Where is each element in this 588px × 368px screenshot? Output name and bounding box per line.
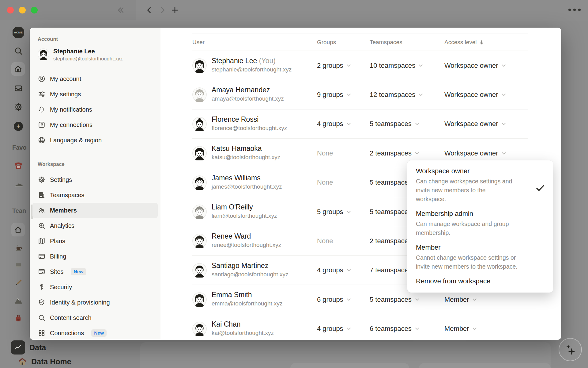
data-chart-icon bbox=[11, 340, 25, 355]
sidebar-item-data[interactable]: Data bbox=[11, 340, 46, 355]
option-title: Member bbox=[416, 243, 546, 251]
groups-dropdown[interactable]: 5 groups bbox=[317, 197, 368, 226]
traffic-light-minimize[interactable] bbox=[19, 7, 26, 13]
new-page-plus-icon[interactable]: + bbox=[12, 120, 25, 133]
inbox-icon[interactable] bbox=[12, 82, 25, 95]
workspace-logo[interactable]: ACME bbox=[13, 27, 24, 38]
sidebar-item-label: Billing bbox=[50, 253, 66, 260]
dropdown-option-workspace-owner[interactable]: Workspace owner Can change workspace set… bbox=[416, 167, 546, 204]
chevron-down-icon bbox=[347, 327, 351, 330]
search-icon[interactable] bbox=[12, 44, 25, 58]
gear-icon bbox=[38, 176, 46, 184]
data-home-label: Data Home bbox=[31, 357, 71, 366]
laptop-icon[interactable] bbox=[12, 258, 25, 272]
home-icon[interactable] bbox=[11, 62, 25, 76]
dropdown-option-membership-admin[interactable]: Membership admin Can manage workspace an… bbox=[416, 210, 546, 237]
sidebar-item-billing[interactable]: Billing bbox=[32, 249, 158, 264]
account-section-label: Account bbox=[38, 36, 58, 42]
credit-card-icon bbox=[38, 252, 46, 260]
sidebar-item-identity-provisioning[interactable]: Identity & provisioning bbox=[32, 295, 158, 310]
teamspace-home-icon[interactable] bbox=[11, 223, 25, 236]
you-suffix: (You) bbox=[259, 57, 276, 65]
account-profile[interactable]: Stephanie Lee stephanie@toolsforthought.… bbox=[38, 48, 123, 62]
sidebar-item-settings[interactable]: Settings bbox=[32, 172, 158, 187]
groups-dropdown[interactable]: 9 groups bbox=[317, 80, 368, 109]
avatar bbox=[192, 234, 207, 248]
sidebar-item-members[interactable]: Members bbox=[32, 203, 158, 218]
user-email: renee@toolsforthought.xyz bbox=[212, 242, 281, 248]
data-label: Data bbox=[29, 343, 46, 352]
groups-dropdown[interactable]: 4 groups bbox=[317, 109, 368, 139]
chevron-down-icon bbox=[415, 298, 419, 301]
access-level-dropdown-trigger[interactable]: Workspace owner bbox=[444, 80, 527, 109]
sidebar-item-plans[interactable]: Plans bbox=[32, 233, 158, 249]
settings-nav-sidebar: Account Stephanie Lee stephanie@toolsfor… bbox=[30, 28, 160, 340]
sidebar-item-my-account[interactable]: My account bbox=[32, 71, 158, 86]
browser-cursor-icon bbox=[38, 268, 46, 276]
sidebar-item-my-settings[interactable]: My settings bbox=[32, 86, 158, 102]
sidebar-item-connections[interactable]: Connections New bbox=[32, 325, 158, 340]
sidebar-item-security[interactable]: Security bbox=[32, 279, 158, 295]
teamspaces-dropdown[interactable]: 10 teamspaces bbox=[370, 51, 443, 80]
user-name: James Williams bbox=[212, 174, 261, 182]
user-name: Katsu Hamaoka bbox=[212, 144, 262, 152]
mountain-icon[interactable] bbox=[12, 294, 25, 307]
sidebar-item-label: My settings bbox=[50, 91, 81, 98]
sneaker-icon[interactable] bbox=[12, 177, 25, 191]
sidebar-item-label: Security bbox=[50, 284, 72, 291]
sidebar-item-analytics[interactable]: Analytics bbox=[32, 218, 158, 233]
pencil-icon[interactable] bbox=[12, 276, 25, 289]
user-email: liam@toolsforthought.xyz bbox=[212, 213, 277, 219]
new-tab-icon[interactable] bbox=[169, 4, 181, 16]
sidebar-item-my-notifications[interactable]: My notifications bbox=[32, 102, 158, 117]
column-header-groups[interactable]: Groups bbox=[317, 33, 336, 51]
access-level-dropdown-trigger[interactable]: Workspace owner bbox=[444, 51, 527, 80]
back-icon[interactable] bbox=[143, 4, 155, 16]
traffic-light-zoom[interactable] bbox=[31, 7, 38, 13]
sidebar-item-content-search[interactable]: Content search bbox=[32, 310, 158, 325]
access-level-dropdown-trigger[interactable]: Member bbox=[444, 314, 527, 340]
ai-sparkle-button[interactable] bbox=[559, 338, 582, 361]
sidebar-item-sites[interactable]: Sites New bbox=[32, 264, 158, 279]
teamspaces-dropdown[interactable]: 6 teamspaces bbox=[370, 314, 443, 340]
avatar bbox=[192, 263, 207, 278]
column-header-access-level[interactable]: Access level bbox=[444, 33, 484, 51]
backpack-icon[interactable] bbox=[12, 312, 25, 325]
sidebar-item-label: Identity & provisioning bbox=[50, 299, 110, 306]
sidebar-item-data-home[interactable]: Data Home bbox=[17, 356, 71, 367]
user-name: Kai Chan bbox=[212, 320, 241, 328]
magnifier-icon bbox=[38, 314, 46, 322]
teamspaces-dropdown[interactable]: 12 teamspaces bbox=[370, 80, 443, 109]
groups-dropdown[interactable]: 4 groups bbox=[317, 314, 368, 340]
chevron-down-icon bbox=[347, 298, 351, 301]
coffee-icon[interactable] bbox=[12, 240, 25, 254]
forward-icon[interactable] bbox=[157, 4, 168, 16]
new-badge: New bbox=[91, 329, 107, 337]
groups-dropdown[interactable]: 2 groups bbox=[317, 51, 368, 80]
access-level-dropdown-trigger[interactable]: Workspace owner bbox=[444, 109, 527, 139]
more-options-icon[interactable] bbox=[568, 9, 581, 11]
dropdown-option-member[interactable]: Member Cannot change workspace settings … bbox=[416, 243, 546, 271]
avatar bbox=[192, 205, 207, 219]
teamspaces-dropdown[interactable]: 5 teamspaces bbox=[370, 109, 443, 139]
user-name: Emma Smith bbox=[212, 291, 252, 299]
sidebar-item-label: Sites bbox=[50, 268, 63, 275]
dropdown-option-remove-from-workspace[interactable]: Remove from workspace bbox=[416, 277, 546, 285]
groups-dropdown[interactable]: 6 groups bbox=[317, 285, 368, 314]
settings-gear-icon[interactable] bbox=[12, 100, 25, 114]
sidebar-collapse-icon[interactable] bbox=[115, 4, 126, 16]
traffic-light-close[interactable] bbox=[7, 7, 14, 13]
user-name: Renee Ward bbox=[212, 232, 251, 240]
sidebar-item-language-region[interactable]: Language & region bbox=[32, 132, 158, 148]
chevron-down-icon bbox=[347, 93, 351, 96]
column-header-user[interactable]: User bbox=[192, 33, 205, 51]
sidebar-item-teamspaces[interactable]: Teamspaces bbox=[32, 187, 158, 203]
user-email: kai@toolsforthought.xyz bbox=[212, 330, 274, 336]
telephone-icon[interactable] bbox=[12, 159, 25, 172]
column-header-teamspaces[interactable]: Teamspaces bbox=[370, 33, 402, 51]
sidebar-item-my-connections[interactable]: My connections bbox=[32, 117, 158, 132]
key-icon bbox=[38, 283, 46, 291]
table-row: Stephanie Lee (You) stephanie@toolsforth… bbox=[192, 51, 528, 80]
user-email: stephanie@toolsforthought.xyz bbox=[212, 66, 292, 73]
groups-dropdown[interactable]: 4 groups bbox=[317, 256, 368, 285]
